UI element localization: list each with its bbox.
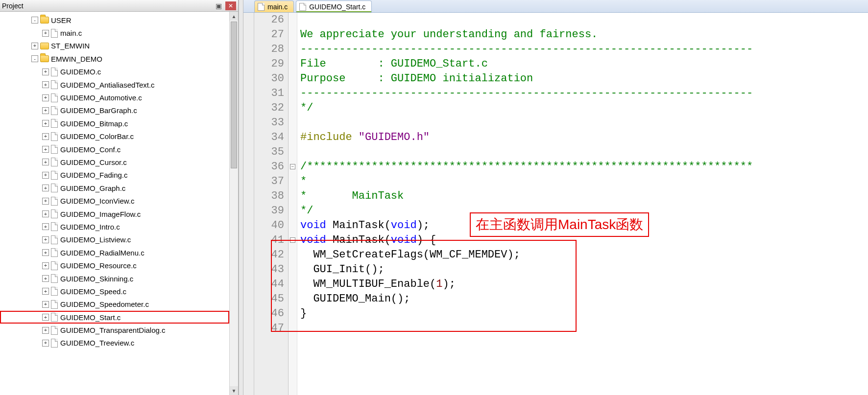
expand-icon[interactable]: + (42, 69, 49, 75)
expand-icon[interactable]: + (42, 249, 49, 256)
code-line[interactable]: * MainTask (300, 189, 868, 204)
code-line[interactable]: We appreciate your understanding and fai… (300, 27, 868, 42)
expand-icon[interactable]: + (42, 236, 49, 243)
expand-icon[interactable]: + (42, 275, 49, 282)
expand-icon[interactable]: + (42, 107, 49, 114)
expand-icon[interactable]: + (42, 198, 49, 205)
tree-item[interactable]: -EMWIN_DEMO (0, 52, 229, 65)
code-line[interactable]: ----------------------------------------… (300, 42, 868, 57)
file-icon (51, 119, 58, 128)
close-icon[interactable]: ✕ (225, 1, 236, 10)
tree-item[interactable]: +GUIDEMO_ImageFlow.c (0, 208, 229, 220)
scroll-up-icon[interactable]: ▲ (230, 12, 238, 21)
expand-icon[interactable]: + (31, 43, 38, 49)
code-line[interactable]: */ (300, 101, 868, 116)
tree-item[interactable]: +GUIDEMO_AntialiasedText.c (0, 78, 229, 91)
code-line[interactable]: #include "GUIDEMO.h" (300, 130, 868, 145)
code-line[interactable] (300, 145, 868, 160)
tree-item[interactable]: +GUIDEMO_Fading.c (0, 169, 229, 182)
editor-tab[interactable]: main.c (254, 0, 294, 12)
code-editor[interactable]: 2627282930313233343536373839404142434445… (243, 13, 868, 395)
file-icon (258, 3, 265, 11)
expand-icon[interactable]: + (42, 327, 49, 334)
code-line[interactable]: ----------------------------------------… (300, 86, 868, 101)
tree-item-label: main.c (60, 29, 82, 37)
vertical-scrollbar[interactable]: ▲ ▼ (229, 12, 238, 395)
code-line[interactable]: File : GUIDEMO_Start.c (300, 57, 868, 71)
tree-item[interactable]: +GUIDEMO_IconView.c (0, 194, 229, 207)
tree-item[interactable]: +GUIDEMO_Start.c (0, 311, 229, 324)
expand-icon[interactable]: + (42, 262, 49, 269)
tree-item[interactable]: +GUIDEMO_Resource.c (0, 259, 229, 272)
folder-icon (40, 43, 49, 49)
annotation-box (271, 240, 577, 332)
pin-icon[interactable]: ▣ (214, 2, 223, 10)
expand-icon[interactable]: + (42, 120, 49, 127)
code-line[interactable] (300, 13, 868, 27)
line-number: 35 (254, 145, 284, 160)
tree-item[interactable]: +GUIDEMO.c (0, 66, 229, 78)
expand-icon[interactable]: + (42, 81, 49, 88)
expand-icon[interactable]: + (42, 133, 49, 140)
tree-item[interactable]: +GUIDEMO_Bitmap.c (0, 117, 229, 130)
scroll-down-icon[interactable]: ▼ (230, 386, 238, 395)
file-icon (51, 184, 58, 192)
fold-strip: −− (289, 13, 297, 395)
editor-tab[interactable]: GUIDEMO_Start.c (296, 0, 372, 12)
tree-item[interactable]: +GUIDEMO_Skinning.c (0, 272, 229, 285)
tree-item[interactable]: +GUIDEMO_Cursor.c (0, 156, 229, 168)
tree-item[interactable]: -USER (0, 14, 229, 26)
tree-item[interactable]: +GUIDEMO_Treeview.c (0, 337, 229, 349)
tree-item[interactable]: +ST_EMWIN (0, 40, 229, 52)
tree-item[interactable]: +GUIDEMO_Intro.c (0, 220, 229, 233)
expand-icon[interactable]: + (42, 185, 49, 191)
tree-item[interactable]: +GUIDEMO_Listview.c (0, 233, 229, 246)
fold-toggle-icon[interactable]: − (290, 164, 295, 169)
tree-item[interactable]: +GUIDEMO_RadialMenu.c (0, 246, 229, 259)
expand-icon[interactable]: + (42, 340, 49, 347)
scrollbar-thumb[interactable] (231, 22, 237, 168)
tree-item[interactable]: +GUIDEMO_Automotive.c (0, 91, 229, 104)
tree-item[interactable]: +GUIDEMO_Speed.c (0, 285, 229, 298)
tree-item-label: USER (51, 16, 72, 24)
tree-item[interactable]: +GUIDEMO_Speedometer.c (0, 298, 229, 311)
tree-item[interactable]: +GUIDEMO_Conf.c (0, 143, 229, 156)
code-line[interactable]: * (300, 174, 868, 189)
collapse-icon[interactable]: - (31, 17, 38, 23)
code-line[interactable]: /***************************************… (300, 160, 868, 174)
tree-item[interactable]: +GUIDEMO_BarGraph.c (0, 104, 229, 117)
file-icon (51, 158, 58, 166)
collapse-icon[interactable]: - (31, 55, 38, 62)
project-panel: Project ▣ ✕ -USER+main.c+ST_EMWIN-EMWIN_… (0, 0, 239, 395)
code-content[interactable]: We appreciate your understanding and fai… (297, 13, 868, 395)
project-tree[interactable]: -USER+main.c+ST_EMWIN-EMWIN_DEMO+GUIDEMO… (0, 12, 229, 351)
tree-item-label: GUIDEMO_Treeview.c (60, 339, 134, 347)
expand-icon[interactable]: + (42, 172, 49, 179)
file-icon (51, 261, 58, 270)
expand-icon[interactable]: + (42, 288, 49, 295)
expand-icon[interactable]: + (42, 314, 49, 321)
editor-tab-label: main.c (267, 3, 288, 11)
tree-item-label: GUIDEMO_Speedometer.c (60, 300, 149, 308)
tree-item-label: GUIDEMO_BarGraph.c (60, 106, 137, 115)
expand-icon[interactable]: + (42, 301, 49, 308)
tree-item-label: GUIDEMO_Intro.c (60, 223, 120, 231)
expand-icon[interactable]: + (42, 159, 49, 165)
folder-icon (40, 55, 49, 62)
splitter[interactable] (239, 0, 243, 395)
project-panel-titlebar[interactable]: Project ▣ ✕ (0, 0, 238, 12)
tree-item[interactable]: +GUIDEMO_TransparentDialog.c (0, 324, 229, 336)
expand-icon[interactable]: + (42, 94, 49, 101)
code-line[interactable]: Purpose : GUIDEMO initialization (300, 71, 868, 86)
tree-item[interactable]: +main.c (0, 26, 229, 39)
tree-item[interactable]: +GUIDEMO_ColorBar.c (0, 130, 229, 143)
code-line[interactable] (300, 116, 868, 130)
expand-icon[interactable]: + (42, 223, 49, 230)
tree-item[interactable]: +GUIDEMO_Graph.c (0, 182, 229, 194)
expand-icon[interactable]: + (42, 30, 49, 37)
tree-item-label: GUIDEMO_IconView.c (60, 197, 134, 205)
line-number: 26 (254, 13, 284, 27)
expand-icon[interactable]: + (42, 210, 49, 217)
expand-icon[interactable]: + (42, 146, 49, 153)
file-icon (51, 68, 58, 76)
